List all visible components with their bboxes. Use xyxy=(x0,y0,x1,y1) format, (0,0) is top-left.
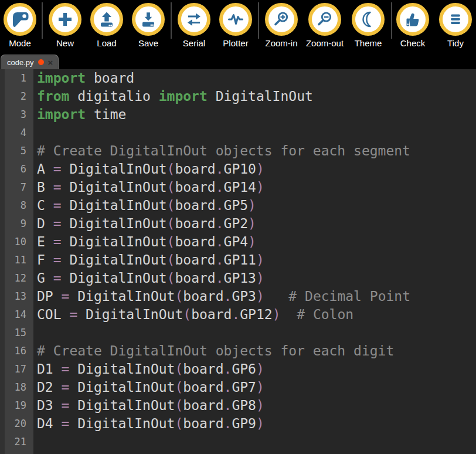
line-number: 9 xyxy=(0,215,33,233)
line-number: 12 xyxy=(0,269,33,287)
mode-button[interactable]: Mode xyxy=(0,3,40,48)
theme-button-label: Theme xyxy=(355,38,382,48)
serial-button-label: Serial xyxy=(183,38,205,48)
code-text: B = DigitalInOut(board.GP14) xyxy=(33,178,264,196)
magnifier-minus-icon xyxy=(308,3,341,36)
line-number: 18 xyxy=(0,378,33,397)
code-line: 12G = DigitalInOut(board.GP13) xyxy=(0,269,476,287)
code-line: 20D4 = DigitalInOut(board.GP9) xyxy=(0,415,476,433)
line-number: 1 xyxy=(0,69,33,87)
line-number: 15 xyxy=(0,324,33,342)
code-text xyxy=(33,433,37,451)
download-icon xyxy=(132,3,165,36)
code-line: 7B = DigitalInOut(board.GP14) xyxy=(0,178,476,196)
code-text: E = DigitalInOut(board.GP4) xyxy=(33,233,256,251)
code-line: 15 xyxy=(0,324,476,342)
code-text: import board xyxy=(33,69,134,87)
line-number: 2 xyxy=(0,87,33,106)
code-line: 5# Create DigitalInOut objects for each … xyxy=(0,142,476,160)
tidy-button[interactable]: Tidy xyxy=(435,3,476,48)
magnifier-plus-icon xyxy=(265,3,298,36)
tab-code-py[interactable]: code.py × xyxy=(1,55,59,69)
line-number: 20 xyxy=(0,415,33,433)
upload-icon xyxy=(90,3,123,36)
zoom-in-button[interactable]: Zoom-in xyxy=(261,3,302,48)
plus-icon xyxy=(49,3,81,36)
line-number: 3 xyxy=(0,106,33,124)
code-line: 1import board xyxy=(0,69,476,87)
tab-bar: code.py × xyxy=(0,54,476,69)
line-number: 14 xyxy=(0,306,33,324)
code-text: # Create DigitalInOut objects for each s… xyxy=(33,142,410,160)
line-number: 19 xyxy=(0,397,33,415)
code-text: D2 = DigitalInOut(board.GP7) xyxy=(33,378,264,397)
zoom-out-button-label: Zoom-out xyxy=(306,38,344,48)
code-line: 21 xyxy=(0,433,476,451)
code-line: 6A = DigitalInOut(board.GP10) xyxy=(0,160,476,178)
zoom-out-button[interactable]: Zoom-out xyxy=(304,3,345,48)
lines-icon xyxy=(439,3,472,36)
code-editor[interactable]: 1import board2from digitalio import Digi… xyxy=(0,69,476,454)
line-number: 7 xyxy=(0,178,33,196)
zoom-in-button-label: Zoom-in xyxy=(265,38,297,48)
theme-button[interactable]: Theme xyxy=(348,3,389,48)
line-number: 5 xyxy=(0,142,33,160)
mode-button-label: Mode xyxy=(9,38,31,48)
code-text xyxy=(33,324,37,342)
serial-button[interactable]: Serial xyxy=(174,3,215,48)
code-line: 10E = DigitalInOut(board.GP4) xyxy=(0,233,476,251)
code-line: 11F = DigitalInOut(board.GP11) xyxy=(0,251,476,269)
thumbs-up-icon xyxy=(396,3,429,36)
code-text: import time xyxy=(33,106,126,124)
line-number: 6 xyxy=(0,160,33,178)
code-line: 14COL = DigitalInOut(board.GP12) # Colon xyxy=(0,306,476,324)
code-line: 16# Create DigitalInOut objects for each… xyxy=(0,342,476,360)
code-text: D1 = DigitalInOut(board.GP6) xyxy=(33,360,264,378)
new-button-label: New xyxy=(56,38,74,48)
save-button[interactable]: Save xyxy=(128,3,169,48)
arrows-exchange-icon xyxy=(178,3,210,36)
code-line: 9D = DigitalInOut(board.GP2) xyxy=(0,215,476,233)
load-button[interactable]: Load xyxy=(86,3,127,48)
code-text: DP = DigitalInOut(board.GP3) # Decimal P… xyxy=(33,287,410,306)
code-text: D = DigitalInOut(board.GP2) xyxy=(33,215,256,233)
toolbar-separator xyxy=(171,2,172,39)
code-text: # Create DigitalInOut objects for each d… xyxy=(33,342,394,360)
line-number: 13 xyxy=(0,287,33,306)
line-number: 17 xyxy=(0,360,33,378)
code-line: 19D3 = DigitalInOut(board.GP8) xyxy=(0,397,476,415)
code-line: 8C = DigitalInOut(board.GP5) xyxy=(0,196,476,215)
moon-icon xyxy=(352,3,385,36)
code-line: 2from digitalio import DigitalInOut xyxy=(0,87,476,106)
tab-close-icon[interactable]: × xyxy=(48,58,53,67)
plotter-button[interactable]: Plotter xyxy=(215,3,256,48)
code-text: A = DigitalInOut(board.GP10) xyxy=(33,160,264,178)
code-line: 17D1 = DigitalInOut(board.GP6) xyxy=(0,360,476,378)
plotter-button-label: Plotter xyxy=(223,38,248,48)
line-number: 16 xyxy=(0,342,33,360)
save-button-label: Save xyxy=(138,38,158,48)
toolbar-separator xyxy=(258,2,259,39)
code-text: G = DigitalInOut(board.GP13) xyxy=(33,269,264,287)
code-text: C = DigitalInOut(board.GP5) xyxy=(33,196,256,215)
line-number: 10 xyxy=(0,233,33,251)
line-number: 4 xyxy=(0,124,33,142)
load-button-label: Load xyxy=(97,38,116,48)
code-line: 4 xyxy=(0,124,476,142)
line-number: 21 xyxy=(0,433,33,451)
code-line: 13DP = DigitalInOut(board.GP3) # Decimal… xyxy=(0,287,476,306)
tidy-button-label: Tidy xyxy=(447,38,464,48)
mode-icon xyxy=(4,3,36,36)
line-number: 8 xyxy=(0,196,33,215)
waveform-icon xyxy=(219,3,252,36)
code-text: from digitalio import DigitalInOut xyxy=(33,87,313,106)
code-text: D4 = DigitalInOut(board.GP9) xyxy=(33,415,264,433)
code-text: D3 = DigitalInOut(board.GP8) xyxy=(33,397,264,415)
check-button-label: Check xyxy=(400,38,426,48)
toolbar: Mode New Load Save xyxy=(0,0,476,54)
new-button[interactable]: New xyxy=(45,3,86,48)
code-text xyxy=(33,124,37,142)
code-text: COL = DigitalInOut(board.GP12) # Colon xyxy=(33,306,353,324)
check-button[interactable]: Check xyxy=(392,3,433,48)
toolbar-separator xyxy=(42,2,43,39)
